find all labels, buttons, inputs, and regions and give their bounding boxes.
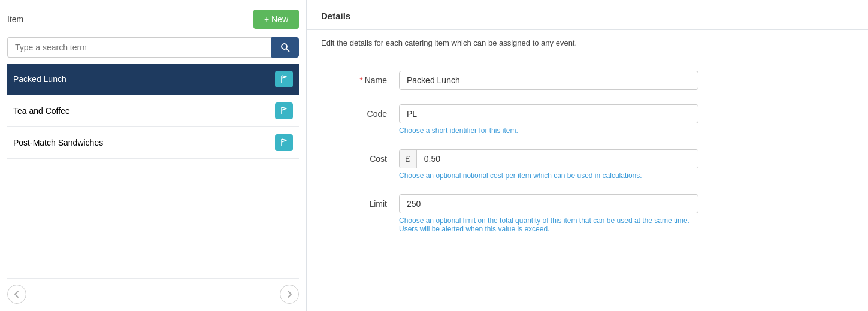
cost-row: Cost £ Choose an optional notional cost … (321, 149, 854, 180)
list-item-label: Post-Match Sandwiches (13, 138, 103, 147)
left-header: Item + New (7, 10, 299, 29)
code-row: Code Choose a short identifier for this … (321, 104, 854, 135)
new-button[interactable]: + New (253, 10, 299, 29)
limit-label: Limit (321, 194, 399, 209)
list-items: Packed Lunch Tea and Coffee Post-Match S… (7, 64, 299, 273)
left-panel: Item + New Packed Lunch Tea and Coffee (0, 0, 307, 311)
limit-hint: Choose an optional limit on the total qu… (399, 216, 698, 233)
list-item[interactable]: Packed Lunch (7, 64, 299, 95)
search-input[interactable] (7, 37, 271, 58)
search-row (7, 37, 299, 58)
code-input[interactable] (399, 104, 698, 123)
cost-label: Cost (321, 149, 399, 164)
flag-button[interactable] (275, 71, 293, 87)
chevron-right-icon (286, 290, 292, 298)
form-body: *Name Code Choose a short identifier for… (307, 56, 868, 262)
cost-input[interactable] (417, 150, 698, 168)
list-item[interactable]: Post-Match Sandwiches (7, 127, 299, 159)
flag-icon (280, 107, 288, 115)
cost-control-wrap: £ Choose an optional notional cost per i… (399, 149, 698, 180)
right-panel: Details Edit the details for each cateri… (307, 0, 868, 311)
search-button[interactable] (271, 37, 299, 58)
flag-icon (280, 138, 288, 147)
chevron-left-icon (14, 290, 20, 298)
pagination-row (7, 278, 299, 304)
search-icon (280, 43, 290, 52)
list-item-label: Tea and Coffee (13, 106, 70, 116)
next-page-button[interactable] (280, 285, 299, 304)
name-input[interactable] (399, 71, 698, 90)
svg-line-1 (286, 49, 289, 52)
limit-input[interactable] (399, 194, 698, 213)
code-label: Code (321, 104, 399, 119)
name-row: *Name (321, 71, 854, 90)
limit-row: Limit Choose an optional limit on the to… (321, 194, 854, 233)
required-indicator: * (359, 76, 362, 85)
list-item-label: Packed Lunch (13, 74, 66, 84)
details-title: Details (307, 0, 868, 30)
flag-icon (280, 75, 288, 83)
code-hint: Choose a short identifier for this item. (399, 126, 698, 135)
name-control-wrap (399, 71, 698, 90)
code-control-wrap: Choose a short identifier for this item. (399, 104, 698, 135)
cost-input-wrap: £ (399, 149, 698, 168)
cost-hint: Choose an optional notional cost per ite… (399, 171, 698, 180)
flag-button[interactable] (275, 134, 293, 151)
prev-page-button[interactable] (7, 285, 26, 304)
limit-control-wrap: Choose an optional limit on the total qu… (399, 194, 698, 233)
details-subtitle: Edit the details for each catering item … (307, 30, 868, 56)
list-item[interactable]: Tea and Coffee (7, 95, 299, 127)
flag-button[interactable] (275, 102, 293, 119)
item-label: Item (7, 14, 23, 24)
name-label: *Name (321, 71, 399, 85)
cost-prefix: £ (400, 150, 417, 168)
